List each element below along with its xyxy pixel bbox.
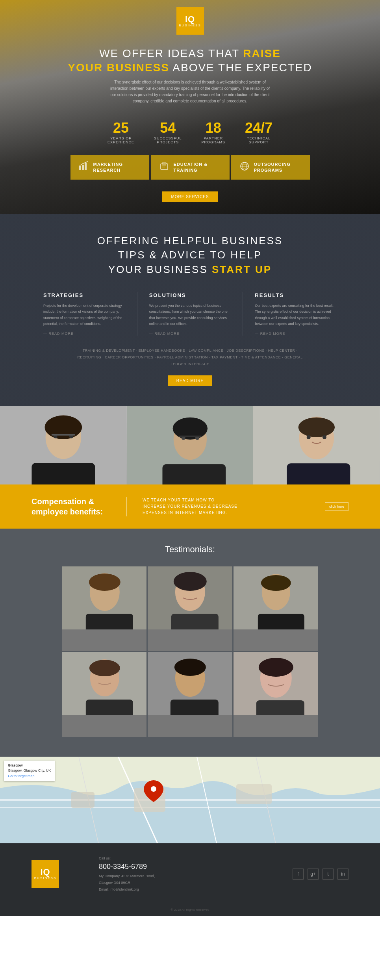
hero-subtext: The synergistic effect of our decisions … (108, 79, 273, 104)
service-marketing-label: MARKETINGRESEARCH (93, 161, 123, 173)
footer-call-label: Call us: (99, 855, 155, 862)
service-outsourcing-label: OUTSOURCINGPROGRAMS (254, 161, 291, 173)
svg-point-67 (151, 786, 156, 792)
social-linkedin-link[interactable]: in (337, 869, 348, 880)
social-facebook-link[interactable]: f (293, 869, 304, 880)
stat-support-label: technicalsupport (245, 136, 272, 144)
results-text: Our best experts are consulting for the … (255, 303, 337, 327)
testimonial-6 (234, 652, 318, 737)
footer-phone: 800-3345-6789 (99, 863, 155, 871)
stat-support: 24/7 technicalsupport (245, 121, 272, 144)
footer: IQ business Call us: 800-3345-6789 My Co… (0, 843, 380, 905)
service-marketing[interactable]: MARKETINGRESEARCH (70, 155, 149, 180)
map-go-to-link[interactable]: Go to target map (8, 774, 35, 778)
tips-col-solutions: SOLUTIONS We present you the various top… (137, 292, 243, 336)
footer-logo: IQ business (32, 860, 59, 888)
map-section[interactable]: Glasgow Glasgow, Glasgow City, UK Go to … (0, 757, 380, 843)
results-read-more[interactable]: read more (255, 332, 337, 336)
more-services-button[interactable]: more services (162, 191, 217, 202)
more-services-wrap: more services (0, 187, 380, 214)
stat-years-num: 25 (108, 121, 134, 135)
map-region: Glasgow, Glasgow City, UK (8, 768, 51, 772)
hero-headline: WE OFFER IDEAS THAT RAISE YOUR BUSINESS … (32, 46, 348, 75)
svg-rect-1 (82, 165, 84, 170)
svg-rect-39 (171, 614, 219, 629)
solutions-read-more[interactable]: read more (149, 332, 231, 336)
service-outsourcing[interactable]: OUTSOURCINGPROGRAMS (231, 155, 310, 180)
team-photo-3 (253, 406, 380, 484)
team-photo-2 (127, 406, 254, 484)
svg-rect-0 (79, 166, 81, 170)
footer-divider (79, 862, 79, 886)
svg-point-46 (89, 660, 120, 676)
footer-logo-sub: business (34, 876, 56, 880)
team-photos (0, 406, 380, 484)
testimonial-4 (62, 652, 147, 737)
svg-rect-2 (85, 163, 87, 170)
marketing-icon (78, 161, 89, 174)
tips-read-more-button[interactable]: read more (168, 375, 213, 386)
svg-rect-51 (171, 700, 219, 715)
svg-rect-64 (71, 792, 95, 808)
testimonial-1 (62, 566, 147, 651)
logo[interactable]: IQ business (176, 7, 204, 35)
svg-rect-35 (85, 614, 133, 629)
tips-col-strategies: STRATEGIES Projects for the development … (32, 292, 137, 336)
testimonial-5 (148, 652, 232, 737)
service-education[interactable]: EDUCATION &TRAINING (151, 155, 230, 180)
team-photo-1 (0, 406, 127, 484)
stat-support-num: 24/7 (245, 121, 272, 135)
strategies-text: Projects for the development of corporat… (43, 303, 125, 327)
stat-projects: 54 successfulprojects (154, 121, 182, 144)
services-row: MARKETINGRESEARCH EDUCATION &TRAINING (0, 151, 380, 187)
education-icon (159, 161, 170, 174)
svg-rect-65 (236, 784, 272, 804)
map-label: Glasgow Glasgow, Glasgow City, UK Go to … (4, 761, 55, 781)
testimonials-title: Testimonials: (32, 544, 348, 555)
svg-rect-47 (85, 700, 133, 715)
navigation: IQ business (0, 0, 380, 35)
svg-rect-22 (162, 464, 226, 485)
stat-programs: 18 partnerprograms (201, 121, 225, 144)
hero-section: IQ business WE OFFER IDEAS THAT RAISE YO… (0, 0, 380, 214)
social-twitter-link[interactable]: t (323, 869, 334, 880)
social-google-plus-link[interactable]: g+ (308, 869, 319, 880)
hero-content: WE OFFER IDEAS THAT RAISE YOUR BUSINESS … (0, 35, 380, 112)
tips-headline: OFFERING HELPFUL BUSINESS TIPS & ADVICE … (32, 234, 348, 277)
solutions-text: We present you the various topics of bus… (149, 303, 231, 327)
stat-projects-num: 54 (154, 121, 182, 135)
svg-rect-55 (256, 700, 304, 715)
svg-point-50 (174, 659, 206, 676)
stat-projects-label: successfulprojects (154, 136, 182, 144)
stat-years: 25 years ofexperience (108, 121, 134, 144)
stat-programs-num: 18 (201, 121, 225, 135)
svg-point-34 (89, 574, 120, 591)
outsourcing-icon (239, 161, 250, 174)
svg-rect-25 (179, 436, 202, 437)
svg-rect-43 (258, 614, 304, 629)
map-placeholder: Glasgow Glasgow, Glasgow City, UK Go to … (0, 757, 380, 843)
svg-point-28 (298, 418, 335, 437)
tags-line: TRAINING & DEVELOPMENT · EMPLOYEE HANDBO… (72, 347, 308, 368)
svg-rect-3 (161, 164, 168, 169)
strategies-read-more[interactable]: read more (43, 332, 125, 336)
footer-logo-iq: IQ (40, 868, 50, 876)
comp-divider (126, 497, 127, 516)
stat-years-label: years ofexperience (108, 136, 134, 144)
results-title: RESULTS (255, 292, 337, 298)
compensation-text: WE TEACH YOUR TEAM HOW TO INCREASE YOUR … (143, 497, 309, 516)
compensation-link[interactable]: click here (325, 502, 348, 511)
svg-point-31 (323, 435, 326, 439)
testimonials-grid (62, 566, 318, 737)
tips-columns: STRATEGIES Projects for the development … (32, 292, 348, 336)
stat-programs-label: partnerprograms (201, 136, 225, 144)
hero-your-business: YOUR BUSINESS (68, 61, 169, 74)
logo-sub-text: business (179, 24, 201, 27)
svg-point-14 (45, 416, 82, 439)
testimonial-3 (234, 566, 318, 651)
svg-point-38 (174, 572, 207, 591)
footer-social: f g+ t in (293, 869, 348, 880)
logo-iq-text: IQ (185, 15, 195, 24)
footer-address: My Company, 4578 Marmora Road, Glasgow D… (99, 873, 155, 893)
svg-point-54 (259, 658, 293, 677)
